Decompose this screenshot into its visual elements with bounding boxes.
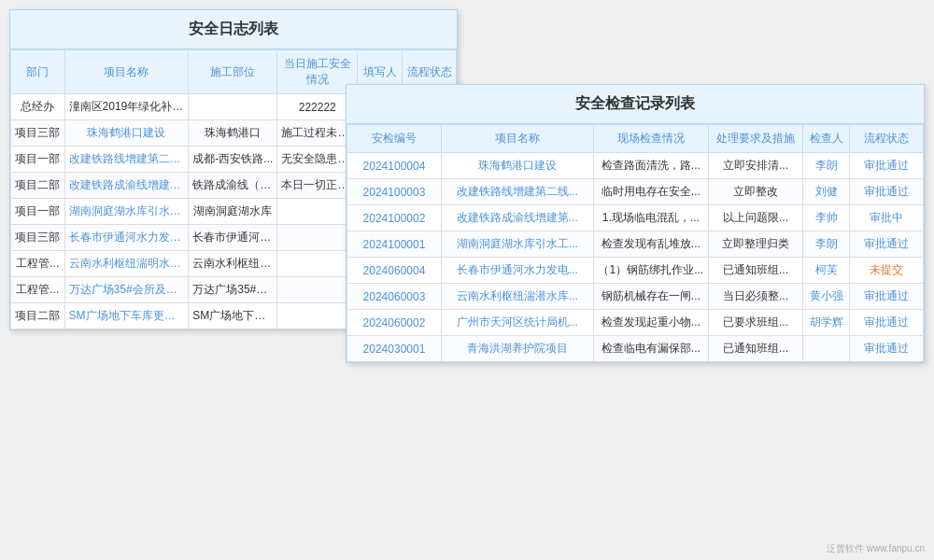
table-row: 2024100002改建铁路成渝线增建第...1.现场临电混乱，...以上问题限… — [347, 205, 924, 231]
table-row: 2024060003云南水利枢纽湍潜水库...钢筋机械存在一闸...当日必须整.… — [347, 284, 924, 310]
table-cell: 成都-西安铁路... — [189, 147, 277, 173]
table-cell[interactable]: 柯芙 — [802, 258, 849, 284]
table-cell[interactable]: 李帅 — [802, 205, 849, 231]
table-cell[interactable]: 2024100004 — [347, 153, 442, 179]
table-cell[interactable]: 改建铁路成渝线增建第... — [441, 205, 593, 231]
table-cell: 万达广场35#会... — [189, 277, 277, 303]
right-table: 安检编号 项目名称 现场检查情况 处理要求及措施 检查人 流程状态 202410… — [347, 124, 924, 362]
table-row: 2024060002广州市天河区统计局机...检查发现起重小物...已要求班组.… — [347, 310, 924, 336]
table-cell: 项目三部 — [11, 225, 65, 251]
table-row: 2024100001湖南洞庭湖水库引水工...检查发现有乱堆放...立即整理归类… — [347, 231, 924, 258]
table-cell: 总经办 — [11, 94, 65, 120]
table-cell: 珠海鹤港口 — [189, 120, 277, 147]
right-panel: 安全检查记录列表 安检编号 项目名称 现场检查情况 处理要求及措施 检查人 流程… — [346, 84, 925, 363]
table-cell: 钢筋机械存在一闸... — [593, 284, 708, 310]
table-cell: 项目一部 — [11, 199, 65, 225]
table-cell[interactable]: 2024100001 — [347, 231, 442, 258]
table-cell: 项目二部 — [11, 173, 65, 199]
table-cell[interactable]: 李朗 — [802, 153, 849, 179]
table-cell[interactable]: 李朗 — [802, 231, 849, 258]
table-cell: 立即安排清... — [709, 153, 803, 179]
table-cell: 长春市伊通河水... — [189, 225, 277, 251]
col-dept: 部门 — [11, 50, 65, 94]
table-cell[interactable]: 长春市伊通河水力发电厂... — [64, 225, 189, 251]
table-cell — [189, 94, 277, 120]
table-cell[interactable]: 2024060002 — [347, 310, 442, 336]
right-table-body: 2024100004珠海鹤港口建设检查路面清洗，路...立即安排清...李朗审批… — [347, 153, 924, 362]
table-cell[interactable]: 2024100003 — [347, 179, 442, 205]
table-cell: 云南水利枢纽湍... — [189, 251, 277, 277]
table-cell: 项目一部 — [11, 147, 65, 173]
col-projname: 项目名称 — [441, 125, 593, 153]
table-cell: 立即整改 — [709, 179, 803, 205]
table-row: 2024060004长春市伊通河水力发电...（1）钢筋绑扎作业...已通知班组… — [347, 258, 924, 284]
table-cell: 工程管... — [11, 251, 65, 277]
table-cell: 湖南洞庭湖水库 — [189, 199, 277, 225]
table-cell[interactable]: 云南水利枢纽湍潜水库... — [441, 284, 593, 310]
table-cell: 审批通过 — [850, 179, 924, 205]
table-cell: 检查发现有乱堆放... — [593, 231, 708, 258]
table-cell[interactable]: 改建铁路线增建第二线直... — [64, 147, 189, 173]
table-cell: 审批通过 — [850, 284, 924, 310]
table-cell[interactable]: 胡学辉 — [802, 310, 849, 336]
table-row: 2024030001青海洪湖养护院项目检查临电有漏保部...已通知班组...审批… — [347, 336, 924, 362]
table-cell: 检查发现起重小物... — [593, 310, 708, 336]
table-cell: 临时用电存在安全... — [593, 179, 708, 205]
col-handle: 处理要求及措施 — [709, 125, 803, 153]
table-cell: 1.现场临电混乱，... — [593, 205, 708, 231]
table-cell: 未提交 — [850, 258, 924, 284]
table-cell: 已通知班组... — [709, 336, 803, 362]
table-cell[interactable]: 改建铁路线增建第二线... — [441, 179, 593, 205]
table-cell: 项目二部 — [11, 303, 65, 329]
col-state: 流程状态 — [850, 125, 924, 153]
table-cell: 已要求班组... — [709, 310, 803, 336]
col-inspect: 现场检查情况 — [593, 125, 708, 153]
col-proj: 项目名称 — [64, 50, 189, 94]
table-cell: 审批中 — [850, 205, 924, 231]
col-id: 安检编号 — [347, 125, 442, 153]
table-cell: 审批通过 — [850, 336, 924, 362]
table-cell: 项目三部 — [11, 120, 65, 147]
table-cell[interactable]: 珠海鹤港口建设 — [64, 120, 189, 147]
table-cell[interactable]: 黄小强 — [802, 284, 849, 310]
table-cell[interactable]: 2024060004 — [347, 258, 442, 284]
table-cell[interactable]: 云南水利枢纽湍明水库一... — [64, 251, 189, 277]
table-cell: 工程管... — [11, 277, 65, 303]
table-cell: 审批通过 — [850, 310, 924, 336]
col-inspector: 检查人 — [802, 125, 849, 153]
table-cell[interactable]: 珠海鹤港口建设 — [441, 153, 593, 179]
table-cell: 审批通过 — [850, 153, 924, 179]
table-cell: 审批通过 — [850, 231, 924, 258]
table-cell: 立即整理归类 — [709, 231, 803, 258]
table-cell: 检查路面清洗，路... — [593, 153, 708, 179]
right-panel-title: 安全检查记录列表 — [347, 85, 924, 124]
table-cell: 检查临电有漏保部... — [593, 336, 708, 362]
table-cell: 已通知班组... — [709, 258, 803, 284]
table-cell: 以上问题限... — [709, 205, 803, 231]
table-cell[interactable]: 2024060003 — [347, 284, 442, 310]
table-cell[interactable]: SM广场地下车库更换摄... — [64, 303, 189, 329]
table-cell — [802, 336, 849, 362]
table-cell[interactable]: 青海洪湖养护院项目 — [441, 336, 593, 362]
table-cell[interactable]: 广州市天河区统计局机... — [441, 310, 593, 336]
table-cell[interactable]: 湖南洞庭湖水库引水工... — [441, 231, 593, 258]
table-cell[interactable]: 2024030001 — [347, 336, 442, 362]
table-cell: 铁路成渝线（成... — [189, 173, 277, 199]
table-cell[interactable]: 2024100002 — [347, 205, 442, 231]
right-table-header: 安检编号 项目名称 现场检查情况 处理要求及措施 检查人 流程状态 — [347, 125, 924, 153]
table-cell: 潼南区2019年绿化补贴项... — [64, 94, 189, 120]
table-cell: 当日必须整... — [709, 284, 803, 310]
table-cell[interactable]: 万达广场35#会所及咖啡... — [64, 277, 189, 303]
table-cell: SM广场地下车库 — [189, 303, 277, 329]
table-cell[interactable]: 湖南洞庭湖水库引水工程... — [64, 199, 189, 225]
table-row: 2024100003改建铁路线增建第二线...临时用电存在安全...立即整改刘健… — [347, 179, 924, 205]
table-cell[interactable]: 长春市伊通河水力发电... — [441, 258, 593, 284]
table-cell[interactable]: 刘健 — [802, 179, 849, 205]
table-row: 2024100004珠海鹤港口建设检查路面清洗，路...立即安排清...李朗审批… — [347, 153, 924, 179]
left-panel-title: 安全日志列表 — [10, 10, 457, 49]
watermark: 泛普软件 www.fanpu.cn — [827, 542, 925, 555]
col-site: 施工部位 — [189, 50, 277, 94]
table-cell: （1）钢筋绑扎作业... — [593, 258, 708, 284]
table-cell[interactable]: 改建铁路成渝线增建第二... — [64, 173, 189, 199]
